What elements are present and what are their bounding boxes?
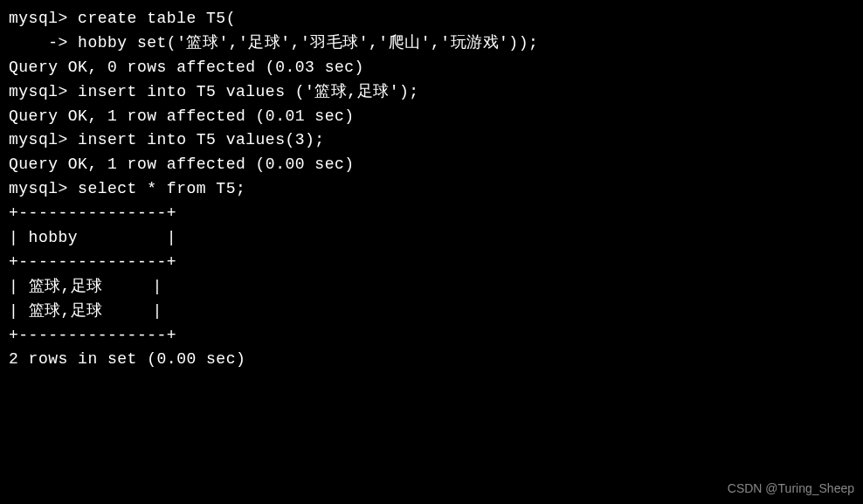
terminal-line: +---------------+ — [9, 324, 854, 349]
terminal-line: | hobby | — [9, 226, 854, 251]
terminal-line: mysql> insert into T5 values(3); — [9, 128, 854, 153]
terminal-output: mysql> create table T5( -> hobby set('篮球… — [9, 7, 854, 372]
terminal-line: Query OK, 0 rows affected (0.03 sec) — [9, 56, 854, 80]
terminal-line: -> hobby set('篮球','足球','羽毛球','爬山','玩游戏')… — [9, 31, 854, 56]
terminal-line: 2 rows in set (0.00 sec) — [9, 348, 854, 372]
terminal-line: Query OK, 1 row affected (0.00 sec) — [9, 153, 854, 177]
watermark: CSDN @Turing_Sheep — [728, 480, 854, 499]
terminal-line: | 篮球,足球 | — [9, 275, 854, 300]
terminal-line: +---------------+ — [9, 202, 854, 226]
terminal-line: mysql> create table T5( — [9, 7, 854, 31]
terminal-line: | 篮球,足球 | — [9, 300, 854, 324]
terminal-line: mysql> insert into T5 values ('篮球,足球'); — [9, 80, 854, 105]
terminal-line: +---------------+ — [9, 251, 854, 275]
terminal-line: Query OK, 1 row affected (0.01 sec) — [9, 105, 854, 129]
terminal-line: mysql> select * from T5; — [9, 177, 854, 202]
